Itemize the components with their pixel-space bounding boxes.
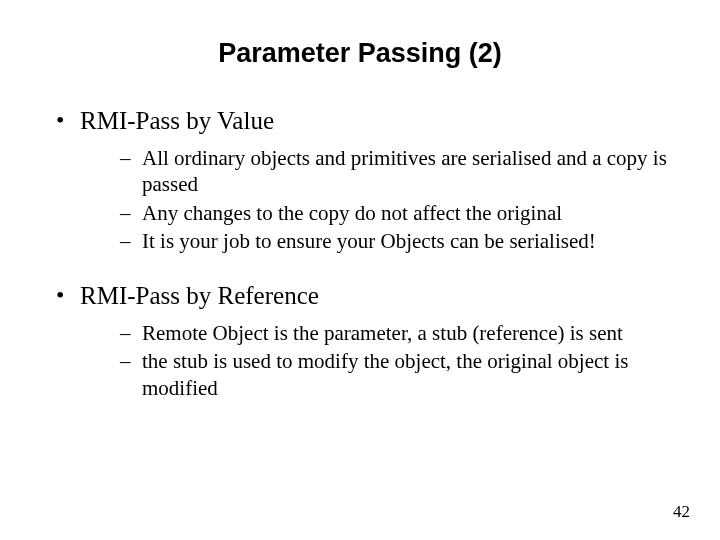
bullet-item: RMI-Pass by Reference Remote Object is t… xyxy=(52,282,668,401)
bullet-text: RMI-Pass by Value xyxy=(80,107,274,134)
bullet-text: RMI-Pass by Reference xyxy=(80,282,319,309)
sub-item: It is your job to ensure your Objects ca… xyxy=(80,228,668,254)
sub-item: the stub is used to modify the object, t… xyxy=(80,348,668,401)
sub-item: All ordinary objects and primitives are … xyxy=(80,145,668,198)
slide-title: Parameter Passing (2) xyxy=(52,38,668,69)
sub-item: Any changes to the copy do not affect th… xyxy=(80,200,668,226)
bullet-item: RMI-Pass by Value All ordinary objects a… xyxy=(52,107,668,254)
page-number: 42 xyxy=(673,502,690,522)
sub-item: Remote Object is the parameter, a stub (… xyxy=(80,320,668,346)
sub-list: All ordinary objects and primitives are … xyxy=(80,145,668,254)
sub-list: Remote Object is the parameter, a stub (… xyxy=(80,320,668,401)
bullet-list: RMI-Pass by Value All ordinary objects a… xyxy=(52,107,668,401)
